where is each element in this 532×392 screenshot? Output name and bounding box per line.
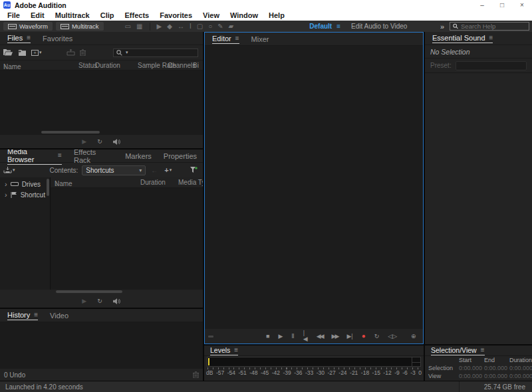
chevron-right-icon[interactable]: ›	[5, 191, 7, 199]
workspace-edit-audio-to-video[interactable]: Edit Audio to Video	[351, 23, 407, 30]
media-hscroll-thumb[interactable]	[56, 290, 122, 293]
menu-file[interactable]: File	[2, 11, 25, 19]
time-selection-tool-icon[interactable]: I	[190, 21, 192, 32]
skip-to-end-icon[interactable]: ▶|	[346, 334, 352, 340]
menu-help[interactable]: Help	[263, 11, 290, 19]
razor-tool-icon[interactable]: ◆	[167, 21, 172, 32]
files-hscroll-thumb[interactable]	[41, 131, 100, 134]
col-duration[interactable]: Duration	[140, 179, 166, 186]
tab-mixer[interactable]: Mixer	[245, 33, 275, 45]
rewind-icon[interactable]: ◀◀	[317, 334, 323, 340]
tab-levels[interactable]: Levels≡	[205, 345, 243, 355]
preset-input[interactable]	[456, 61, 527, 70]
menu-window[interactable]: Window	[225, 11, 263, 19]
fast-forward-icon[interactable]: ▶▶	[332, 334, 338, 340]
stop-icon[interactable]: ■	[266, 334, 269, 340]
workspace-menu-icon[interactable]: ≡	[336, 23, 340, 30]
paintbrush-tool-icon[interactable]: ✎	[217, 21, 223, 32]
essential-panel-menu-icon[interactable]: ≡	[489, 34, 493, 41]
editor-panel-menu-icon[interactable]: ≡	[235, 35, 239, 42]
preview-play-icon[interactable]: ▶	[82, 298, 86, 304]
tab-editor[interactable]: Editor≡	[206, 33, 245, 45]
lasso-selection-tool-icon[interactable]: ○	[208, 21, 212, 32]
history-list-area[interactable]	[0, 322, 203, 369]
preview-play-icon[interactable]: ▶	[82, 139, 86, 145]
col-media-type[interactable]: Media Ty	[178, 179, 203, 186]
close-button[interactable]: ×	[512, 0, 532, 10]
files-list-area[interactable]	[0, 70, 203, 130]
selection-start[interactable]: 0:00.000	[459, 365, 484, 371]
tab-effects-rack[interactable]: Effects Rack	[68, 149, 119, 162]
zoom-in-icon[interactable]: ⊕	[411, 334, 416, 340]
open-file-icon[interactable]	[3, 49, 13, 56]
maximize-button[interactable]: □	[492, 0, 512, 10]
import-file-icon[interactable]	[17, 49, 27, 56]
view-end[interactable]: 0:00.000	[484, 373, 509, 379]
selection-duration[interactable]: 0:00.000	[509, 365, 532, 371]
tab-markers[interactable]: Markers	[119, 149, 158, 162]
workspace-overflow-icon[interactable]: »	[440, 23, 444, 31]
marquee-selection-tool-icon[interactable]: ▢	[197, 21, 203, 32]
view-duration[interactable]: 0:00.000	[509, 373, 532, 379]
tab-video[interactable]: Video	[44, 309, 74, 322]
move-tool-icon[interactable]: ▶	[157, 21, 162, 32]
import-media-icon[interactable]: ▾	[3, 167, 15, 173]
menu-clip[interactable]: Clip	[95, 11, 120, 19]
waveform-view-button[interactable]: Waveform	[3, 22, 53, 31]
files-search-box[interactable]: ▾	[113, 49, 198, 57]
healing-brush-tool-icon[interactable]: ▰	[229, 21, 234, 32]
workspace-default[interactable]: Default	[309, 23, 332, 30]
tab-selection-view[interactable]: Selection/View≡	[426, 345, 489, 355]
insert-into-multitrack-icon[interactable]	[66, 49, 75, 56]
add-shortcut-icon[interactable]: +▾	[164, 166, 172, 174]
tab-essential-sound[interactable]: Essential Sound≡	[426, 32, 499, 45]
delete-file-icon[interactable]	[80, 49, 86, 56]
editor-canvas[interactable]	[205, 46, 423, 329]
skip-to-start-icon[interactable]: |◀	[303, 330, 308, 342]
spectral-display-icon[interactable]: ▦	[136, 21, 142, 32]
tree-item-shortcut[interactable]: › Shortcut	[0, 189, 50, 200]
skip-selection-icon[interactable]: ◁▷	[388, 334, 397, 340]
record-icon[interactable]: ●	[362, 333, 366, 340]
history-panel-menu-icon[interactable]: ≡	[34, 311, 38, 318]
menu-favorites[interactable]: Favorites	[154, 11, 198, 19]
menu-edit[interactable]: Edit	[25, 11, 50, 19]
tab-properties[interactable]: Properties	[158, 149, 203, 162]
minimize-button[interactable]: –	[472, 0, 492, 10]
loop-playback-icon[interactable]: ↻	[374, 334, 380, 340]
menu-view[interactable]: View	[198, 11, 225, 19]
media-list-area[interactable]	[51, 188, 203, 290]
media-panel-menu-icon[interactable]: ≡	[58, 151, 62, 159]
selection-end[interactable]: 0:00.000	[484, 365, 509, 371]
col-channels[interactable]: Channels	[168, 62, 196, 69]
chevron-right-icon[interactable]: ›	[5, 181, 7, 188]
auto-play-icon[interactable]	[113, 298, 121, 304]
tab-favorites[interactable]: Favorites	[37, 32, 78, 45]
filter-icon[interactable]	[190, 167, 198, 173]
menu-effects[interactable]: Effects	[119, 11, 154, 19]
search-help-box[interactable]	[450, 22, 529, 31]
new-content-icon[interactable]: +▾	[31, 50, 42, 56]
levels-panel-menu-icon[interactable]: ≡	[234, 346, 238, 353]
pause-icon[interactable]: Ⅱ	[291, 334, 294, 340]
selection-view-menu-icon[interactable]: ≡	[481, 346, 485, 353]
menu-multitrack[interactable]: Multitrack	[50, 11, 95, 19]
slip-tool-icon[interactable]: ↔	[178, 21, 184, 32]
contents-dropdown[interactable]: Shortcuts ▾	[82, 165, 146, 175]
tab-history[interactable]: History≡	[1, 309, 44, 322]
view-start[interactable]: 0:00.000	[459, 373, 484, 379]
play-icon[interactable]: ▶	[278, 334, 283, 340]
editor-hscroll-thumb[interactable]	[208, 336, 213, 338]
tree-item-drives[interactable]: › Drives	[0, 179, 50, 189]
search-help-input[interactable]	[461, 23, 526, 30]
col-bit-depth[interactable]: Bi	[193, 62, 199, 69]
tree-vscroll-thumb[interactable]	[47, 179, 49, 196]
files-panel-menu-icon[interactable]: ≡	[27, 34, 31, 41]
multitrack-view-button[interactable]: Multitrack	[56, 22, 104, 31]
tab-media-browser[interactable]: Media Browser≡	[1, 149, 68, 162]
col-duration[interactable]: Duration	[95, 62, 120, 69]
waveform-display-icon[interactable]: ▭	[125, 21, 131, 32]
back-icon[interactable]: ←	[151, 165, 158, 176]
clear-history-icon[interactable]	[193, 371, 199, 378]
loop-playback-icon[interactable]: ↻	[97, 298, 102, 304]
